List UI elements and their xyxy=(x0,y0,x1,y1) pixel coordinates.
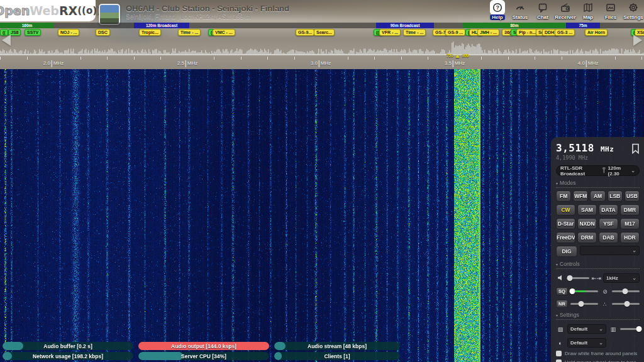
nav-label: Files xyxy=(605,14,616,20)
waterfall-colors-select[interactable]: Default⌄ xyxy=(567,324,606,334)
nav-item-map[interactable]: Map xyxy=(579,1,597,20)
bookmark-tag[interactable]: Pip - n... xyxy=(516,29,538,36)
bookmark-tag[interactable]: GS-9 ... xyxy=(445,29,465,36)
mode-button-lsb[interactable]: LSB xyxy=(608,190,623,202)
scale-tick xyxy=(348,57,348,60)
mode-button-data[interactable]: DATA xyxy=(599,204,618,216)
bookmark-tag[interactable]: Air Horn xyxy=(585,29,608,36)
digital-mode-select[interactable]: ⌄ xyxy=(580,246,640,255)
scale-label-2.5: 2.5MHz xyxy=(177,60,198,67)
mode-button-dab[interactable]: DAB xyxy=(599,232,618,243)
frequency-scale[interactable]: 2.0MHz2.5MHz3.0MHz3.5MHz4.0MHz 750 ▲ 900 xyxy=(0,55,644,69)
nav-label: Map xyxy=(583,14,593,20)
secondary-frequency-display: 4,1990 MHz xyxy=(556,155,614,161)
nav-item-files[interactable]: Files xyxy=(601,1,620,20)
passband-high-label: 900 xyxy=(462,53,469,58)
noise-blanker-icon[interactable]: ∴ xyxy=(601,301,609,307)
checkbox-hold-mouse-wheel-down-to-tune[interactable]: Hold mouse wheel down to tune xyxy=(556,359,640,362)
bookmark-tag[interactable]: VMC - ... xyxy=(213,29,235,36)
mode-button-ysf[interactable]: YSF xyxy=(599,218,618,229)
bookmark-tag[interactable]: Time - ... xyxy=(178,29,201,36)
auto-squelch-icon[interactable]: ⊘ xyxy=(601,288,609,295)
bookmark-tag[interactable]: DSC xyxy=(96,29,110,36)
mode-button-freedv[interactable]: FreeDV xyxy=(556,232,575,243)
tuning-pointer[interactable]: 750 ▲ 900 xyxy=(447,53,469,58)
scale-label-3.5: 3.5MHz xyxy=(445,60,465,67)
scale-tick xyxy=(428,57,428,60)
bookmark-tag[interactable]: SSTV xyxy=(25,29,41,36)
noise-reduction-slider[interactable] xyxy=(570,303,598,305)
waterfall-auto-icon: ◐ xyxy=(556,340,565,346)
chevron-down-icon: ⌄ xyxy=(631,168,635,173)
mode-row: CWSAMDATADMR xyxy=(556,204,640,216)
scale-tick xyxy=(562,57,562,60)
brightness-slider[interactable] xyxy=(620,328,640,330)
mode-button-dig[interactable]: DIG xyxy=(556,246,577,257)
bookmark-icon[interactable] xyxy=(631,143,640,156)
section-controls[interactable]: ▾Controls xyxy=(556,261,640,269)
nav-item-settings[interactable]: Settings xyxy=(624,1,643,20)
bookmark-tag[interactable]: GS-9... xyxy=(296,29,314,36)
mode-button-dmr[interactable]: DMR xyxy=(620,204,640,216)
tuned-frequency-display[interactable]: 3,5118 MHz xyxy=(556,142,614,154)
bandwidth-select[interactable]: 1kHz⌄ xyxy=(603,273,640,283)
bookmark-tag[interactable]: Tropic... xyxy=(139,29,161,36)
nav-item-chat[interactable]: Chat xyxy=(533,1,552,20)
bandwidth-icon[interactable]: ⇤⇥ xyxy=(592,275,601,282)
waterfall-colors-icon: ▨ xyxy=(556,326,565,332)
antenna-icon xyxy=(602,167,606,174)
section-modes[interactable]: ▾Modes xyxy=(556,180,640,188)
squelch-aux-slider[interactable] xyxy=(612,290,640,292)
scale-tick xyxy=(0,57,1,60)
mode-button-drm[interactable]: DRM xyxy=(577,232,597,243)
volume-slider[interactable] xyxy=(567,277,589,279)
mode-button-hdr[interactable]: HDR xyxy=(620,232,640,243)
checkbox-icon[interactable] xyxy=(556,359,562,362)
bookmark-tag[interactable]: Searc... xyxy=(314,29,335,36)
checkbox-icon[interactable] xyxy=(556,351,562,356)
mode-button-cw[interactable]: CW xyxy=(556,204,575,216)
bookmark-tag[interactable]: JMH - ... xyxy=(477,29,499,36)
bookmark-tag[interactable]: Time - ... xyxy=(403,29,426,36)
checkbox-draw-white-frame-around-panels[interactable]: Draw white frame around panels xyxy=(556,351,640,356)
chevron-down-icon: ⌄ xyxy=(632,248,636,253)
profile-name: 120m (2.30 xyxy=(608,165,630,177)
status-bar-audio-stream: Audio stream [48 kbps] xyxy=(274,342,400,350)
nav-item-help[interactable]: ?Help xyxy=(488,1,507,20)
bookmark-tag[interactable]: VFR - ... xyxy=(379,29,401,36)
scale-tick xyxy=(80,57,81,60)
nav-item-status[interactable]: Status xyxy=(511,1,530,20)
section-settings[interactable]: ▾Settings xyxy=(556,312,640,320)
nav-label: Help xyxy=(490,14,504,20)
nav-item-receiver[interactable]: Receiver xyxy=(556,1,575,20)
mode-button-usb[interactable]: USB xyxy=(625,190,640,202)
squelch-slider[interactable] xyxy=(570,290,598,292)
bookmark-tag[interactable]: GS-3 ... xyxy=(555,29,575,36)
top-nav: ?HelpStatusChatReceiverMapFilesSettings xyxy=(488,1,643,20)
chat-icon xyxy=(536,1,549,14)
squelch-button[interactable]: SQ xyxy=(556,287,568,295)
mode-button-fm[interactable]: FM xyxy=(556,190,571,202)
status-bars: Audio buffer [0.2 s]Audio output [144.0 … xyxy=(3,342,400,360)
sdr-device-name: RTL-SDR Broadcast xyxy=(560,165,600,177)
mode-button-nxdn[interactable]: NXDN xyxy=(577,218,597,229)
band-120m-broadcast: 120m Broadcast xyxy=(134,23,189,28)
bookmarks-row: ((JS8SSTVNOJ - ...DSCTropic...Time - ...… xyxy=(0,29,644,37)
noise-reduction-button[interactable]: NR xyxy=(556,300,568,308)
sdr-profile-select[interactable]: RTL-SDR Broadcast 120m (2.30 ⌄ xyxy=(556,165,640,176)
mode-button-d-star[interactable]: D-Star xyxy=(556,218,575,229)
scale-tick xyxy=(241,57,242,60)
mode-button-sam[interactable]: SAM xyxy=(577,204,597,216)
scale-tick xyxy=(294,57,295,60)
spectrum-display[interactable] xyxy=(0,40,644,55)
bookmark-tag[interactable]: NOJ - ... xyxy=(58,29,79,36)
mode-button-am[interactable]: AM xyxy=(590,190,605,202)
mute-icon[interactable] xyxy=(556,275,565,282)
waterfall-auto-select[interactable]: Default⌄ xyxy=(567,338,606,348)
noise-aux-slider[interactable] xyxy=(612,303,640,305)
mode-button-wfm[interactable]: WFM xyxy=(573,190,588,202)
mode-button-m17[interactable]: M17 xyxy=(620,218,640,229)
tuner-pointer-icon: ▲ xyxy=(455,53,461,58)
scale-tick xyxy=(214,57,214,60)
waterfall-display[interactable] xyxy=(0,69,644,362)
